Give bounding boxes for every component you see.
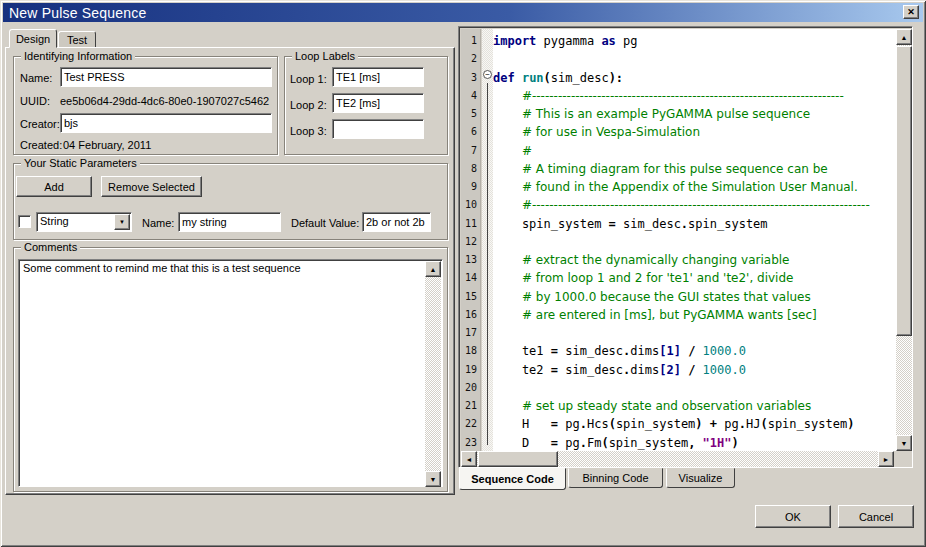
- line-number: 11: [461, 215, 480, 233]
- line-number: 21: [461, 397, 480, 415]
- editor-hscrollbar-thumb[interactable]: [478, 451, 558, 467]
- code-line: [493, 233, 896, 251]
- code-editor: 1234567891011121314151617181920212223 − …: [458, 26, 913, 468]
- name-input[interactable]: [60, 67, 272, 87]
- name-label: Name:: [20, 72, 52, 84]
- code-line: te2 = sim_desc.dims[2] / 1000.0: [493, 361, 896, 379]
- editor-scroll-up-button[interactable]: ▲: [896, 29, 912, 45]
- add-button-label: Add: [44, 181, 64, 193]
- cancel-button[interactable]: Cancel: [838, 505, 914, 528]
- editor-vscrollbar-thumb[interactable]: [896, 46, 912, 336]
- close-icon: ✕: [907, 7, 915, 17]
- line-number: 23: [461, 434, 480, 452]
- arrow-up-icon: ▲: [901, 34, 908, 41]
- line-number: 7: [461, 142, 480, 160]
- editor-hscrollbar-track[interactable]: ◄ ►: [461, 451, 894, 467]
- code-line: D = pg.Fm(spin_system, "1H"): [493, 434, 896, 452]
- loop1-input[interactable]: [332, 67, 424, 87]
- code-line: # set up steady state and observation va…: [493, 397, 896, 415]
- editor-vscrollbar-track[interactable]: ▲ ▼: [896, 29, 912, 451]
- minus-icon: −: [485, 71, 490, 79]
- arrow-down-icon: ▼: [430, 476, 437, 483]
- code-line: import pygamma as pg: [493, 32, 896, 50]
- code-line: spin_system = sim_desc.spin_system: [493, 215, 896, 233]
- tab-binning-code[interactable]: Binning Code: [568, 468, 663, 488]
- tab-visualize-label: Visualize: [679, 472, 723, 484]
- tab-design-label: Design: [16, 33, 50, 45]
- code-line: te1 = sim_desc.dims[1] / 1000.0: [493, 342, 896, 360]
- line-number: 18: [461, 342, 480, 360]
- editor-scroll-down-button[interactable]: ▼: [896, 435, 912, 451]
- loop3-label: Loop 3:: [290, 125, 327, 137]
- code-line: # A timing diagram for this pulse sequen…: [493, 160, 896, 178]
- creator-label: Creator:: [20, 118, 60, 130]
- comments-textarea[interactable]: Some comment to remind me that this is a…: [18, 259, 443, 487]
- comments-legend: Comments: [21, 241, 80, 253]
- title-bar[interactable]: New Pulse Sequence ✕: [3, 3, 923, 22]
- tab-visualize[interactable]: Visualize: [666, 468, 735, 488]
- code-line: def run(sim_desc):: [493, 69, 896, 87]
- line-number: 12: [461, 233, 480, 251]
- line-number: 6: [461, 123, 480, 141]
- editor-scroll-left-button[interactable]: ◄: [461, 451, 477, 467]
- loop2-label: Loop 2:: [290, 99, 327, 111]
- line-number: 8: [461, 160, 480, 178]
- fold-collapse-marker[interactable]: −: [483, 70, 492, 79]
- code-line: # are entered in [ms], but PyGAMMA wants…: [493, 306, 896, 324]
- uuid-label: UUID:: [20, 95, 50, 107]
- loop-labels-legend: Loop Labels: [292, 50, 358, 62]
- loop3-input[interactable]: [332, 119, 424, 139]
- add-button[interactable]: Add: [16, 176, 92, 197]
- static-parameters-legend: Your Static Parameters: [21, 157, 140, 169]
- code-line: # extract the dynamically changing varia…: [493, 251, 896, 269]
- line-number-gutter[interactable]: 1234567891011121314151617181920212223: [461, 29, 481, 451]
- comments-scrollbar-track[interactable]: ▲ ▼: [425, 261, 441, 487]
- code-area[interactable]: import pygamma as pgdef run(sim_desc): #…: [493, 29, 896, 451]
- code-line: # for use in Vespa-Simulation: [493, 123, 896, 141]
- line-number: 3: [461, 69, 480, 87]
- code-line: #: [493, 142, 896, 160]
- loop2-input[interactable]: [332, 93, 424, 113]
- tab-test[interactable]: Test: [58, 31, 96, 48]
- code-line: [493, 50, 896, 68]
- arrow-left-icon: ◄: [466, 456, 473, 463]
- default-value-input[interactable]: [362, 212, 431, 232]
- line-number: 22: [461, 415, 480, 433]
- code-line: [493, 324, 896, 342]
- line-number: 20: [461, 379, 480, 397]
- line-number: 16: [461, 306, 480, 324]
- identifying-information-legend: Identifying Information: [21, 50, 135, 62]
- line-number: 17: [461, 324, 480, 342]
- line-number: 15: [461, 288, 480, 306]
- tab-sequence-code[interactable]: Sequence Code: [459, 468, 566, 490]
- comments-scroll-down-button[interactable]: ▼: [425, 471, 441, 487]
- comments-scroll-up-button[interactable]: ▲: [425, 261, 441, 277]
- remove-selected-button[interactable]: Remove Selected: [101, 176, 202, 197]
- parameter-name-label: Name:: [142, 217, 174, 229]
- creator-input[interactable]: [60, 113, 272, 133]
- line-number: 9: [461, 178, 480, 196]
- tab-test-label: Test: [67, 34, 87, 46]
- code-line: #---------------------------------------…: [493, 196, 896, 214]
- parameter-type-combobox[interactable]: String ▼: [36, 212, 132, 232]
- ok-button[interactable]: OK: [755, 505, 831, 528]
- arrow-down-icon: ▼: [901, 440, 908, 447]
- ok-button-label: OK: [785, 511, 801, 523]
- fold-gutter[interactable]: −: [482, 29, 493, 451]
- chevron-down-icon: ▼: [119, 214, 125, 231]
- line-number: 4: [461, 87, 480, 105]
- parameter-name-input[interactable]: [178, 212, 281, 232]
- editor-scroll-right-button[interactable]: ►: [878, 451, 894, 467]
- combobox-dropdown-button[interactable]: ▼: [114, 214, 130, 230]
- default-value-label: Default Value:: [291, 217, 359, 229]
- parameter-row-checkbox[interactable]: [18, 215, 31, 228]
- created-label: Created:: [20, 139, 62, 151]
- fold-guide-line: [487, 83, 488, 445]
- code-line: # by 1000.0 because the GUI states that …: [493, 288, 896, 306]
- tab-design[interactable]: Design: [9, 29, 57, 48]
- close-button[interactable]: ✕: [903, 5, 919, 19]
- line-number: 19: [461, 361, 480, 379]
- loop1-label: Loop 1:: [290, 73, 327, 85]
- code-line: [493, 379, 896, 397]
- arrow-right-icon: ►: [883, 456, 890, 463]
